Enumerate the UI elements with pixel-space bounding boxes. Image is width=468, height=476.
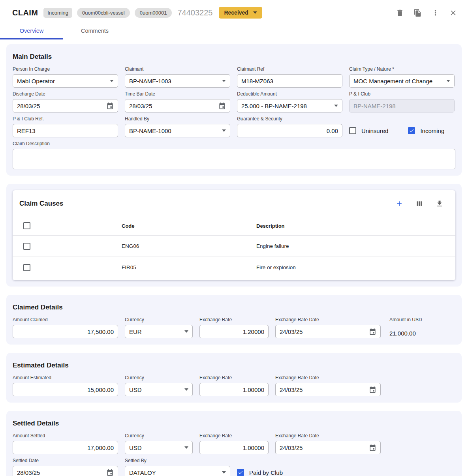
field-label: Amount Estimated (13, 375, 118, 381)
copy-icon (413, 9, 422, 17)
field-label: Settled Date (13, 458, 118, 464)
guarantee-security-input[interactable]: 0.00 (237, 124, 342, 137)
chevron-down-icon (334, 105, 338, 107)
cell-description: Engine failure (256, 243, 455, 249)
claimed-exchange-rate-input[interactable]: 1.20000 (199, 325, 269, 338)
calendar-icon[interactable] (369, 328, 376, 335)
settled-exchange-rate-input[interactable]: 1.00000 (199, 441, 269, 454)
claimant-ref-input[interactable]: M18-MZ063 (237, 74, 342, 88)
field-label: Currency (125, 375, 193, 381)
more-menu-button[interactable] (430, 7, 441, 18)
chevron-down-icon (222, 471, 226, 474)
estimated-currency-select[interactable]: USD (125, 383, 193, 396)
export-button[interactable] (434, 198, 445, 209)
cell-code: FIR05 (122, 264, 256, 270)
column-header-description: Description (256, 223, 455, 229)
header-actions (394, 7, 459, 18)
cell-description: Fire or explosion (256, 264, 455, 270)
discharge-date-input[interactable]: 28/03/25 (13, 99, 118, 112)
calendar-icon[interactable] (218, 102, 226, 110)
calendar-icon[interactable] (369, 386, 376, 394)
check-icon (409, 128, 414, 133)
chevron-down-icon (222, 80, 226, 82)
uninsured-checkbox[interactable] (349, 127, 356, 134)
field-label: Guarantee & Security (237, 116, 342, 122)
close-button[interactable] (447, 7, 459, 18)
field-label: Amount in USD (389, 317, 422, 323)
field-label: Amount Settled (13, 433, 118, 439)
row-select-checkbox[interactable] (23, 243, 30, 250)
kebab-menu-icon (431, 9, 440, 17)
field-label: Exchange Rate Date (275, 317, 381, 323)
amount-settled-input[interactable]: 17,000.00 (13, 441, 118, 454)
claim-description-textarea[interactable] (13, 149, 455, 169)
field-label: Discharge Date (13, 91, 118, 97)
row-select-checkbox[interactable] (23, 264, 30, 271)
paid-by-club-checkbox[interactable] (237, 469, 244, 476)
card-title: Claim Causes (19, 200, 64, 208)
calendar-icon[interactable] (106, 102, 114, 110)
estimated-exchange-rate-date-input[interactable]: 24/03/25 (275, 383, 381, 396)
tab-bar: Overview Comments (0, 24, 468, 39)
status-dropdown-button[interactable]: Received (219, 7, 262, 19)
columns-icon (415, 200, 423, 208)
chevron-down-icon (184, 388, 188, 391)
section-title: Settled Details (13, 420, 455, 427)
paid-by-club-checkbox-row[interactable]: Paid by Club (237, 469, 283, 476)
page-title: CLAIM (12, 8, 38, 17)
incoming-checkbox[interactable] (408, 127, 415, 134)
amount-claimed-input[interactable]: 17,500.00 (13, 325, 118, 338)
deductible-amount-select[interactable]: 25.000 - BP-NAME-2198 (237, 99, 342, 112)
table-row[interactable]: FIR05 Fire or explosion (13, 257, 455, 278)
incoming-checkbox-row[interactable]: Incoming (408, 127, 444, 134)
chevron-down-icon (222, 129, 226, 132)
section-title: Main Details (13, 53, 455, 61)
column-settings-button[interactable] (414, 198, 425, 209)
reference-badge: 0uom00001 (135, 8, 172, 18)
field-label: Exchange Rate (199, 433, 269, 439)
settled-date-input[interactable]: 28/03/25 (13, 466, 118, 476)
tab-overview[interactable]: Overview (0, 24, 63, 39)
delete-button[interactable] (394, 7, 405, 18)
select-all-checkbox[interactable] (23, 222, 30, 229)
claimant-select[interactable]: BP-NAME-1003 (125, 74, 230, 88)
claim-causes-card: Claim Causes (13, 190, 455, 280)
field-label: Exchange Rate (199, 375, 269, 381)
close-icon (449, 9, 457, 17)
table-row[interactable]: ENG06 Engine failure (13, 235, 455, 257)
claimed-currency-select[interactable]: EUR (125, 325, 193, 338)
trash-icon (396, 9, 404, 17)
chevron-down-icon (253, 11, 257, 14)
person-in-charge-select[interactable]: Mabl Operator (13, 74, 118, 88)
main-content: Main Details Person In Charge Mabl Opera… (0, 39, 468, 476)
field-label: Settled By (125, 458, 230, 464)
field-label: Amount Claimed (13, 317, 118, 323)
vessel-badge: 0uom00cbli-vessel (77, 8, 130, 18)
header: CLAIM Incoming 0uom00cbli-vessel 0uom000… (0, 0, 468, 39)
handled-by-select[interactable]: BP-NAME-1000 (125, 124, 230, 137)
amount-estimated-input[interactable]: 15,000.00 (13, 383, 118, 396)
field-label: Claimant (125, 66, 230, 72)
settled-details-section: Settled Details Amount Settled 17,000.00… (6, 411, 462, 476)
field-label: Currency (125, 433, 193, 439)
field-label: Exchange Rate (199, 317, 269, 323)
claimed-exchange-rate-date-input[interactable]: 24/03/25 (275, 325, 381, 338)
calendar-icon[interactable] (106, 469, 114, 476)
field-label: Claimant Ref (237, 66, 342, 72)
calendar-icon[interactable] (369, 444, 376, 452)
add-claim-cause-button[interactable] (394, 198, 405, 209)
field-label: Person In Charge (13, 66, 118, 72)
section-title: Estimated Details (13, 362, 455, 369)
pi-club-ref-input[interactable]: REF13 (13, 124, 118, 137)
settled-exchange-rate-date-input[interactable]: 24/03/25 (275, 441, 381, 454)
time-bar-date-input[interactable]: 28/03/25 (125, 99, 230, 112)
claim-type-select[interactable]: MOC Management of Change (349, 74, 455, 88)
settled-by-select[interactable]: DATALOY (125, 466, 230, 476)
field-label: Claim Type / Nature * (349, 66, 455, 72)
tab-comments[interactable]: Comments (63, 24, 126, 39)
duplicate-button[interactable] (412, 7, 423, 18)
uninsured-checkbox-row[interactable]: Uninsured (349, 127, 388, 134)
estimated-exchange-rate-input[interactable]: 1.00000 (199, 383, 269, 396)
field-label: Handled By (125, 116, 230, 122)
settled-currency-select[interactable]: USD (125, 441, 193, 454)
